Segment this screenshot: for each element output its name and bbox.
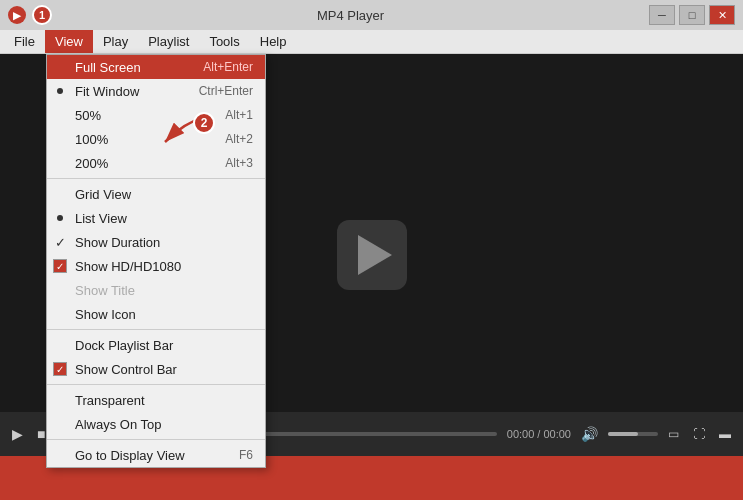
main-area: Full Screen Alt+Enter Fit Window Ctrl+En… [0, 54, 743, 456]
close-button[interactable]: ✕ [709, 5, 735, 25]
menu-play[interactable]: Play [93, 30, 138, 53]
dot-icon [57, 88, 63, 94]
minimize-button[interactable]: ─ [649, 5, 675, 25]
menu-item-showduration[interactable]: ✓ Show Duration [47, 230, 265, 254]
playlist-button[interactable]: ▬ [715, 425, 735, 443]
play-triangle-icon [358, 235, 392, 275]
menu-item-zoom100[interactable]: 100% Alt+2 [47, 127, 265, 151]
menu-item-alwaysontop[interactable]: Always On Top [47, 412, 265, 436]
menu-item-zoom50[interactable]: 50% Alt+1 [47, 103, 265, 127]
dot-icon [57, 215, 63, 221]
play-button-large[interactable] [337, 220, 407, 290]
volume-fill [608, 432, 638, 436]
time-display: 00:00 / 00:00 [507, 428, 571, 440]
menu-item-transparent[interactable]: Transparent [47, 388, 265, 412]
volume-bar[interactable] [608, 432, 658, 436]
play-pause-button[interactable]: ▶ [8, 424, 27, 444]
menu-item-listview[interactable]: List View [47, 206, 265, 230]
menu-item-showicon[interactable]: Show Icon [47, 302, 265, 326]
menu-item-showtitle: Show Title [47, 278, 265, 302]
window-controls: ─ □ ✕ [649, 5, 735, 25]
menu-playlist[interactable]: Playlist [138, 30, 199, 53]
menu-file[interactable]: File [4, 30, 45, 53]
window-mode-button[interactable]: ▭ [664, 425, 683, 443]
menu-item-zoom200[interactable]: 200% Alt+3 [47, 151, 265, 175]
step1-badge: 1 [32, 5, 52, 25]
title-bar: ▶ 1 MP4 Player ─ □ ✕ [0, 0, 743, 30]
separator-4 [47, 439, 265, 440]
menu-view[interactable]: View [45, 30, 93, 53]
menu-tools[interactable]: Tools [199, 30, 249, 53]
check-icon: ✓ [55, 235, 66, 250]
menu-item-dockplaylist[interactable]: Dock Playlist Bar [47, 333, 265, 357]
menu-bar: File View Play Playlist Tools Help [0, 30, 743, 54]
menu-item-showcontrolbar[interactable]: Show Control Bar [47, 357, 265, 381]
menu-item-displayview[interactable]: Go to Display View F6 [47, 443, 265, 467]
maximize-button[interactable]: □ [679, 5, 705, 25]
window-title: MP4 Player [52, 8, 649, 23]
fullscreen-button[interactable]: ⛶ [689, 425, 709, 443]
separator-2 [47, 329, 265, 330]
volume-button[interactable]: 🔊 [577, 424, 602, 444]
view-dropdown-menu: Full Screen Alt+Enter Fit Window Ctrl+En… [46, 54, 266, 468]
menu-item-showhd[interactable]: Show HD/HD1080 [47, 254, 265, 278]
menu-help[interactable]: Help [250, 30, 297, 53]
separator-1 [47, 178, 265, 179]
checkbox-icon [53, 362, 67, 376]
title-bar-left: ▶ 1 [8, 5, 52, 25]
menu-item-fullscreen[interactable]: Full Screen Alt+Enter [47, 55, 265, 79]
separator-3 [47, 384, 265, 385]
menu-item-gridview[interactable]: Grid View [47, 182, 265, 206]
checkbox-icon [53, 259, 67, 273]
app-icon: ▶ [8, 6, 26, 24]
menu-item-fitwindow[interactable]: Fit Window Ctrl+Enter [47, 79, 265, 103]
